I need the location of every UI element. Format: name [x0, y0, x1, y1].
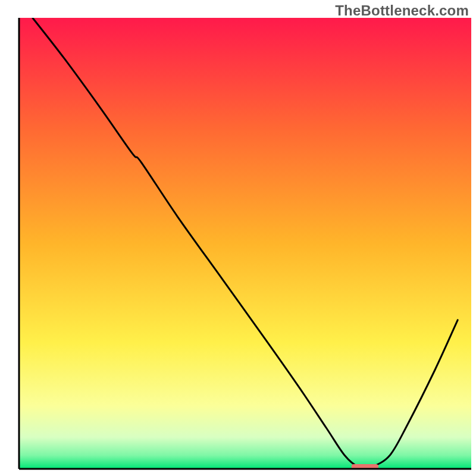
chart-svg: [0, 0, 476, 476]
watermark-text: TheBottleneck.com: [335, 2, 469, 19]
bottleneck-chart: TheBottleneck.com: [0, 0, 476, 476]
gradient-background: [19, 18, 471, 469]
